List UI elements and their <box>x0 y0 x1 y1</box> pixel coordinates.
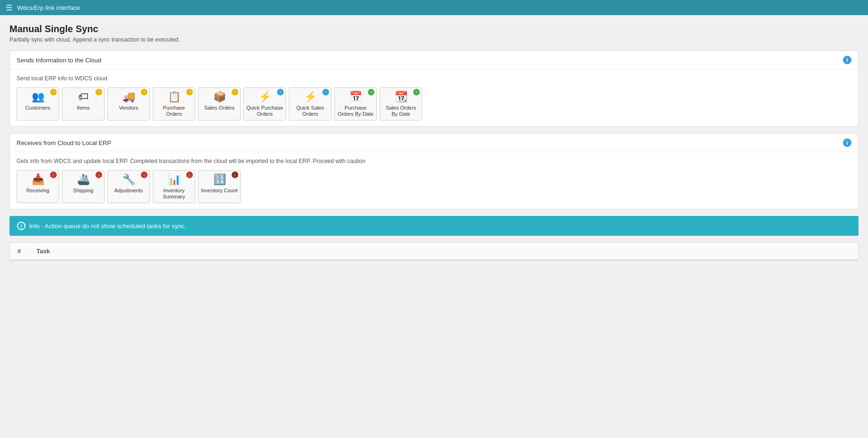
label-adjustments: Adjustments <box>114 188 143 194</box>
badge-shipping: ↓ <box>95 172 102 178</box>
badge-sales-orders: ↑ <box>232 89 238 95</box>
receives-section-body: Gets info from WDCS and update local ERP… <box>10 152 858 209</box>
receive-btn-inventory-count[interactable]: ↓Inventory Count <box>198 170 241 203</box>
badge-quick-sales-orders: ↑ <box>322 89 329 95</box>
info-bar-text: Info - Action queue do not show schedule… <box>29 223 186 230</box>
info-bar: i Info - Action queue do not show schedu… <box>9 216 859 236</box>
icon-adjustments <box>122 173 135 186</box>
receive-btn-inventory-summary[interactable]: ↓Inventory Summary <box>153 170 195 203</box>
table-header: # Task <box>10 243 858 260</box>
label-purchase-orders-by-date: Purchase Orders By Date <box>337 105 374 117</box>
receive-btn-shipping[interactable]: ↓Shipping <box>62 170 104 203</box>
badge-vendors: ↑ <box>141 89 148 95</box>
icon-quick-purchase-orders <box>259 91 271 103</box>
receive-btn-receiving[interactable]: ↓Receiving <box>17 170 59 203</box>
label-quick-purchase-orders: Quick Purchase Orders <box>246 105 284 117</box>
label-purchase-orders: Purchase Orders <box>155 105 193 117</box>
icon-purchase-orders <box>168 91 181 103</box>
label-inventory-count: Inventory Count <box>201 188 238 194</box>
icon-sales-orders-by-date <box>395 91 408 103</box>
sends-section: Sends Information to the Cloud i Send lo… <box>9 51 859 127</box>
sends-section-body: Send local ERP info to WDCS cloud ↑Custo… <box>10 69 858 126</box>
label-quick-sales-orders: Quick Sales Orders <box>291 105 329 117</box>
receives-section-title: Receives from Cloud to Local ERP <box>17 139 111 146</box>
top-bar: ☰ Wdcs/Erp link interface <box>0 0 868 15</box>
sends-section-desc: Send local ERP info to WDCS cloud <box>17 75 851 82</box>
label-items: Items <box>77 105 90 111</box>
receives-info-button[interactable]: i <box>843 138 851 147</box>
info-bar-icon: i <box>17 222 26 230</box>
send-btn-vendors[interactable]: ↑Vendors <box>107 87 150 120</box>
task-table: # Task <box>9 242 859 261</box>
send-btn-quick-sales-orders[interactable]: ↑Quick Sales Orders <box>289 87 331 120</box>
send-btn-quick-purchase-orders[interactable]: ↑Quick Purchase Orders <box>243 87 286 120</box>
col-task: Task <box>36 248 851 255</box>
badge-purchase-orders: ↑ <box>186 89 193 95</box>
icon-purchase-orders-by-date <box>349 91 362 103</box>
sends-section-title: Sends Information to the Cloud <box>17 57 101 64</box>
badge-customers: ↑ <box>50 89 57 95</box>
icon-quick-sales-orders <box>304 91 317 103</box>
receives-section: Receives from Cloud to Local ERP i Gets … <box>9 133 859 209</box>
app-title: Wdcs/Erp link interface <box>17 4 80 11</box>
badge-purchase-orders-by-date: ↑ <box>368 89 374 95</box>
receive-btn-adjustments[interactable]: ↓Adjustments <box>107 170 150 203</box>
badge-adjustments: ↓ <box>141 172 148 178</box>
sends-buttons-row: ↑Customers↑Items↑Vendors↑Purchase Orders… <box>17 87 851 120</box>
label-vendors: Vendors <box>119 105 138 111</box>
send-btn-customers[interactable]: ↑Customers <box>17 87 59 120</box>
badge-receiving: ↓ <box>50 172 57 178</box>
icon-vendors <box>122 91 135 103</box>
label-sales-orders: Sales Orders <box>204 105 234 111</box>
icon-sales-orders <box>213 91 226 103</box>
icon-receiving <box>32 173 44 186</box>
send-btn-purchase-orders[interactable]: ↑Purchase Orders <box>153 87 195 120</box>
label-customers: Customers <box>25 105 50 111</box>
icon-customers <box>32 91 44 103</box>
send-btn-sales-orders[interactable]: ↑Sales Orders <box>198 87 241 120</box>
send-btn-sales-orders-by-date[interactable]: ↑Sales Orders By Date <box>380 87 422 120</box>
label-sales-orders-by-date: Sales Orders By Date <box>382 105 420 117</box>
menu-icon[interactable]: ☰ <box>6 3 12 12</box>
badge-inventory-summary: ↓ <box>186 172 193 178</box>
receives-buttons-row: ↓Receiving↓Shipping↓Adjustments↓Inventor… <box>17 170 851 203</box>
send-btn-items[interactable]: ↑Items <box>62 87 104 120</box>
page-content: Manual Single Sync Partially sync with c… <box>0 15 868 269</box>
icon-inventory-summary <box>168 173 181 186</box>
receives-section-header: Receives from Cloud to Local ERP i <box>10 134 858 152</box>
sends-section-header: Sends Information to the Cloud i <box>10 51 858 69</box>
icon-inventory-count <box>213 173 226 186</box>
label-receiving: Receiving <box>26 188 49 194</box>
badge-quick-purchase-orders: ↑ <box>277 89 284 95</box>
badge-items: ↑ <box>95 89 102 95</box>
page-subtitle: Partially sync with cloud. Append a sync… <box>9 36 859 43</box>
icon-shipping <box>77 173 90 186</box>
send-btn-purchase-orders-by-date[interactable]: ↑Purchase Orders By Date <box>334 87 377 120</box>
badge-sales-orders-by-date: ↑ <box>413 89 420 95</box>
col-hash: # <box>17 248 36 255</box>
label-shipping: Shipping <box>73 188 94 194</box>
page-title: Manual Single Sync <box>9 24 859 34</box>
icon-items <box>78 91 88 103</box>
receives-section-desc: Gets info from WDCS and update local ERP… <box>17 158 851 164</box>
label-inventory-summary: Inventory Summary <box>155 188 193 200</box>
badge-inventory-count: ↓ <box>232 172 238 178</box>
sends-info-button[interactable]: i <box>843 56 851 64</box>
